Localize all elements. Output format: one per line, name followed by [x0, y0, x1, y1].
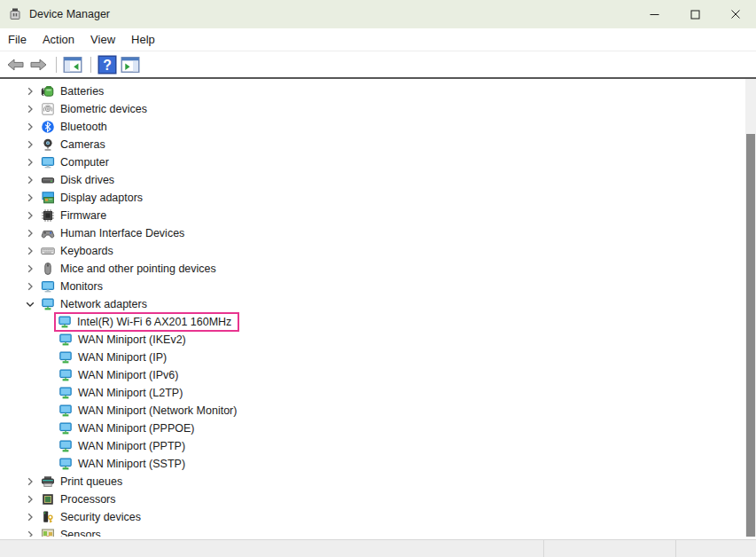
- tree-item-mice-and-other-pointing-devices[interactable]: Mice and other pointing devices: [0, 260, 756, 278]
- tree-item-wan-miniport-l2tp[interactable]: WAN Miniport (L2TP): [0, 384, 756, 402]
- tree-item-label: WAN Miniport (SSTP): [78, 458, 185, 470]
- tree-item-label: Bluetooth: [60, 121, 107, 133]
- tree-item-wan-miniport-sstp[interactable]: WAN Miniport (SSTP): [0, 455, 756, 473]
- show-console-tree-button[interactable]: [62, 55, 83, 75]
- chevron-right-icon[interactable]: [23, 262, 37, 276]
- gamepad-icon: [41, 226, 55, 240]
- tree-item-display-adaptors[interactable]: Display adaptors: [0, 189, 756, 207]
- bottom-strip: [0, 539, 756, 557]
- tree-item-wan-miniport-ip[interactable]: WAN Miniport (IP): [0, 349, 756, 366]
- processor-icon: [41, 492, 55, 506]
- chevron-right-icon[interactable]: [23, 173, 37, 187]
- tree-item-label: Keyboards: [60, 245, 113, 257]
- tree-item-human-interface-devices[interactable]: Human Interface Devices: [0, 224, 756, 242]
- tree-item-wan-miniport-ikev2[interactable]: WAN Miniport (IKEv2): [0, 331, 756, 349]
- back-button[interactable]: [4, 55, 26, 75]
- tree-item-keyboards[interactable]: Keyboards: [0, 242, 756, 260]
- network-device-icon: [58, 457, 73, 471]
- tree-item-label: WAN Miniport (IPv6): [78, 369, 178, 381]
- tree-item-label: Security devices: [60, 511, 141, 523]
- console-tree-icon: [62, 54, 83, 75]
- tree-item-network-adapters[interactable]: Network adapters: [0, 295, 756, 313]
- svg-text:?: ?: [103, 58, 112, 73]
- menu-bar: File Action View Help: [0, 28, 756, 51]
- scrollbar-thumb[interactable]: [746, 134, 755, 537]
- tree-item-label: Computer: [60, 156, 109, 169]
- network-device-icon: [58, 439, 73, 453]
- mouse-icon: [41, 262, 55, 276]
- chevron-right-icon[interactable]: [23, 226, 37, 240]
- tree-item-security-devices[interactable]: Security devices: [0, 508, 756, 526]
- tree-item-label: Network adapters: [60, 298, 147, 310]
- menu-file[interactable]: File: [0, 28, 35, 51]
- maximize-button[interactable]: [674, 0, 715, 28]
- chevron-right-icon[interactable]: [23, 279, 37, 294]
- tree-item-cameras[interactable]: Cameras: [0, 136, 756, 153]
- tree-item-sensors[interactable]: Sensors: [0, 526, 756, 537]
- tree-item-label: WAN Miniport (PPPOE): [78, 422, 195, 435]
- fingerprint-icon: [41, 102, 55, 116]
- chevron-right-icon[interactable]: [23, 137, 37, 152]
- chevron-right-icon[interactable]: [23, 475, 37, 489]
- tree-item-disk-drives[interactable]: Disk drives: [0, 171, 756, 189]
- disk-drive-icon: [41, 173, 55, 187]
- chevron-right-icon[interactable]: [23, 244, 37, 258]
- device-tree: BatteriesBiometric devicesBluetoothCamer…: [0, 79, 756, 537]
- tree-item-label: Display adaptors: [60, 192, 143, 204]
- chevron-down-icon[interactable]: [23, 297, 37, 311]
- device-manager-window: Device Manager File Action View Help ? B…: [0, 0, 756, 557]
- vertical-scrollbar[interactable]: [745, 79, 756, 537]
- tree-item-wan-miniport-ipv6[interactable]: WAN Miniport (IPv6): [0, 366, 756, 384]
- highlight-box: Intel(R) Wi-Fi 6 AX201 160MHz: [54, 312, 239, 332]
- tree-item-wan-miniport-network-monitor[interactable]: WAN Miniport (Network Monitor): [0, 402, 756, 420]
- tree-item-label: WAN Miniport (IKEv2): [78, 333, 186, 346]
- tree-item-label: Monitors: [60, 280, 103, 293]
- help-button[interactable]: ?: [97, 55, 118, 75]
- tree-item-firmware[interactable]: Firmware: [0, 207, 756, 224]
- tree-item-processors[interactable]: Processors: [0, 490, 756, 508]
- tree-item-wan-miniport-pptp[interactable]: WAN Miniport (PPTP): [0, 437, 756, 455]
- action-pane-button[interactable]: [120, 55, 141, 75]
- tree-item-label: WAN Miniport (IP): [78, 351, 167, 364]
- chevron-right-icon[interactable]: [23, 155, 37, 169]
- chevron-right-icon[interactable]: [23, 191, 37, 205]
- tree-item-intel-r-wi-fi-6-ax201-160mhz[interactable]: Intel(R) Wi-Fi 6 AX201 160MHz: [0, 313, 756, 331]
- tree-item-wan-miniport-pppoe[interactable]: WAN Miniport (PPPOE): [0, 420, 756, 437]
- tree-item-bluetooth[interactable]: Bluetooth: [0, 118, 756, 136]
- tree-item-label: WAN Miniport (PPTP): [78, 440, 185, 452]
- chevron-right-icon[interactable]: [23, 510, 37, 524]
- keyboard-icon: [41, 244, 55, 258]
- close-button[interactable]: [715, 0, 756, 28]
- chevron-right-icon[interactable]: [23, 120, 37, 134]
- tree-item-label: WAN Miniport (Network Monitor): [78, 404, 237, 417]
- toolbar: ?: [0, 51, 756, 77]
- chevron-right-icon[interactable]: [23, 492, 37, 506]
- chevron-right-icon[interactable]: [23, 102, 37, 116]
- tree-item-batteries[interactable]: Batteries: [0, 82, 756, 100]
- tree-item-print-queues[interactable]: Print queues: [0, 473, 756, 490]
- network-device-icon: [58, 386, 73, 400]
- menu-action[interactable]: Action: [35, 28, 82, 51]
- minimize-button[interactable]: [634, 0, 674, 28]
- tree-item-label: Print queues: [60, 475, 122, 488]
- network-device-icon: [58, 350, 73, 365]
- forward-button[interactable]: [27, 55, 49, 75]
- tree-item-monitors[interactable]: Monitors: [0, 278, 756, 295]
- display-adapter-icon: [41, 191, 55, 205]
- menu-view[interactable]: View: [82, 28, 123, 51]
- tree-item-computer[interactable]: Computer: [0, 153, 756, 171]
- chevron-right-icon[interactable]: [23, 84, 37, 98]
- window-title: Device Manager: [29, 8, 110, 20]
- security-key-icon: [41, 510, 55, 524]
- help-icon: ?: [97, 54, 118, 75]
- chevron-right-icon[interactable]: [23, 208, 37, 223]
- menu-help[interactable]: Help: [123, 28, 163, 51]
- tree-item-label: Firmware: [60, 209, 106, 222]
- tree-item-biometric-devices[interactable]: Biometric devices: [0, 100, 756, 118]
- chevron-right-icon[interactable]: [23, 528, 37, 537]
- forward-arrow-icon: [29, 58, 48, 72]
- computer-icon: [41, 155, 55, 169]
- tree-item-label: Disk drives: [60, 174, 114, 186]
- network-device-icon: [58, 421, 73, 435]
- toolbar-separator: [56, 57, 57, 73]
